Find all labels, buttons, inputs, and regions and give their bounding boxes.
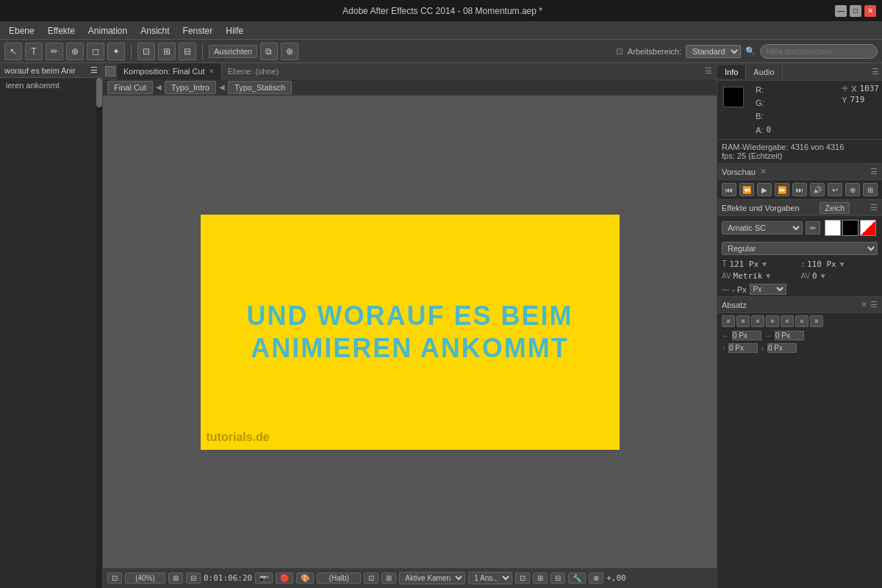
tab-info[interactable]: Info	[717, 65, 746, 79]
spacing-before-input[interactable]	[728, 343, 758, 353]
menu-animation[interactable]: Animation	[82, 24, 133, 37]
comp-tab-finalcut[interactable]: Komposition: Final Cut ✕	[118, 63, 222, 79]
breadcrumb-finalcut[interactable]: Final Cut	[107, 81, 153, 94]
align-center-btn[interactable]: ≡	[736, 315, 750, 327]
tool-3d2[interactable]: ⊞	[158, 43, 176, 60]
justify-center-btn[interactable]: ≡	[781, 315, 794, 327]
tool-3d1[interactable]: ⊡	[137, 43, 155, 60]
px-select[interactable]: Px	[750, 284, 786, 295]
close-button[interactable]: ✕	[864, 5, 876, 17]
comp-menu-icon[interactable]: ☰	[700, 66, 717, 76]
comp-icon[interactable]	[105, 66, 115, 76]
tool-puppet[interactable]: ✦	[107, 43, 125, 60]
next-frame-button[interactable]: ⏩	[775, 183, 789, 196]
canvas-fit-btn[interactable]: ⊞	[168, 573, 183, 584]
tool-stamp[interactable]: ⊕	[66, 43, 84, 60]
justify-all-btn[interactable]: ≡	[810, 315, 823, 327]
pencil-icon-btn[interactable]: ✏	[806, 221, 820, 234]
font-select[interactable]: Amatic SC	[722, 221, 803, 234]
menu-ansicht[interactable]: Ansicht	[135, 24, 175, 37]
canvas-tool1[interactable]: ⊡	[515, 573, 530, 584]
comp-breadcrumbs: Final Cut ◀ Typo_Intro ◀ Typo_Statisch	[103, 79, 717, 96]
breadcrumb-label-2: Typo_Statisch	[234, 83, 285, 92]
tool-3d3[interactable]: ⊟	[179, 43, 196, 60]
absatz-close-icon[interactable]: ✕	[861, 300, 867, 309]
canvas-tool5[interactable]: ⊕	[589, 573, 603, 584]
breadcrumb-label-1: Typo_Intro	[171, 83, 209, 92]
spacing-left-input[interactable]	[732, 331, 761, 340]
prev-back-button[interactable]: ⏪	[739, 183, 754, 196]
line-height-arrow[interactable]: ▼	[839, 260, 846, 268]
canvas-expand-btn[interactable]: ⊟	[186, 573, 201, 584]
tool-align1[interactable]: ⧉	[260, 43, 278, 60]
spacing-after-input[interactable]	[767, 343, 797, 353]
ram-prev-button[interactable]: ⊕	[845, 183, 860, 196]
menu-fenster[interactable]: Fenster	[177, 24, 219, 37]
color-blocks	[823, 218, 878, 237]
tool-select[interactable]: ↖	[4, 43, 22, 60]
canvas-color-btn[interactable]: 🎨	[296, 573, 314, 584]
white-color-block[interactable]	[825, 220, 841, 236]
canvas-snapshot-btn[interactable]: ⊡	[107, 573, 122, 584]
ausrichten-button[interactable]: Ausrichten	[209, 45, 257, 58]
left-panel-scrollbar[interactable]	[96, 78, 102, 588]
loop-button[interactable]: ↩	[828, 183, 842, 196]
font-size-arrow[interactable]: ▼	[761, 260, 768, 268]
full-screen-button[interactable]: ⊞	[863, 183, 878, 196]
zoom-select[interactable]: (40%)	[125, 573, 165, 584]
search-input[interactable]	[760, 44, 878, 59]
absatz-menu-icon[interactable]: ☰	[870, 300, 878, 309]
comp-tab-close[interactable]: ✕	[208, 68, 215, 75]
menu-bar: Ebene Effekte Animation Ansicht Fenster …	[0, 22, 882, 40]
maximize-button[interactable]: □	[850, 5, 861, 17]
arbeitsbereich-select[interactable]: Standard	[686, 45, 741, 58]
canvas-tool2[interactable]: ⊞	[533, 573, 548, 584]
camera-select[interactable]: Aktive Kamera	[399, 572, 465, 584]
align-left-btn[interactable]: ≡	[722, 315, 735, 327]
canvas-tool3[interactable]: ⊟	[551, 573, 565, 584]
kerning-arrow[interactable]: ▼	[820, 272, 827, 280]
left-panel-item[interactable]: ieren ankommt	[0, 78, 102, 93]
absatz-title: Absatz	[722, 301, 747, 309]
spacing-left-icon: ←	[722, 331, 729, 340]
prev-start-button[interactable]: ⏮	[722, 183, 736, 196]
vorschau-close-icon[interactable]: ✕	[760, 167, 767, 176]
menu-effekte[interactable]: Effekte	[42, 24, 81, 37]
tool-align2[interactable]: ⊕	[281, 43, 298, 60]
canvas-cam-btn[interactable]: 📷	[255, 573, 273, 584]
comp-tab-label: Komposition: Final Cut	[123, 67, 205, 76]
justify-left-btn[interactable]: ≡	[766, 315, 779, 327]
zeich-button[interactable]: Zeich	[820, 202, 850, 214]
menu-ebene[interactable]: Ebene	[3, 24, 40, 37]
next-end-button[interactable]: ⏭	[792, 183, 807, 196]
canvas-tool4[interactable]: 🔧	[568, 573, 586, 584]
tab-audio[interactable]: Audio	[746, 65, 782, 79]
tool-pen[interactable]: ✏	[46, 43, 63, 60]
tracking-arrow[interactable]: ▼	[764, 272, 772, 280]
effekte-menu-icon[interactable]: ☰	[870, 203, 878, 212]
play-button[interactable]: ▶	[757, 183, 772, 196]
tool-eraser[interactable]: ◻	[87, 43, 104, 60]
a-label: A:	[756, 126, 763, 135]
canvas-grid-btn[interactable]: ⊞	[381, 573, 396, 584]
canvas-mic-btn[interactable]: 🔴	[276, 573, 293, 584]
left-panel-menu-icon[interactable]: ☰	[90, 65, 98, 75]
justify-right-btn[interactable]: ≡	[795, 315, 808, 327]
black-color-block[interactable]	[842, 220, 858, 236]
breadcrumb-typostatisch[interactable]: Typo_Statisch	[228, 81, 292, 94]
font-style-select[interactable]: Regular	[722, 242, 878, 255]
quality-select[interactable]: (Halb)	[317, 573, 361, 584]
minimize-button[interactable]: —	[835, 5, 847, 17]
view-select[interactable]: 1 Ans...	[468, 572, 512, 584]
tool-text[interactable]: T	[25, 43, 43, 60]
vorschau-menu-icon[interactable]: ☰	[870, 167, 878, 176]
canvas-line1: UND WORAUF ES BEIM	[247, 300, 573, 331]
canvas-3d-btn[interactable]: ⊡	[364, 573, 379, 584]
gradient-color-block[interactable]	[860, 220, 876, 236]
breadcrumb-typointro[interactable]: Typo_Intro	[165, 81, 216, 94]
audio-toggle[interactable]: 🔊	[810, 183, 825, 196]
align-right-btn[interactable]: ≡	[751, 315, 764, 327]
right-panel-menu-icon[interactable]: ☰	[869, 67, 882, 76]
spacing-right-input[interactable]	[775, 331, 804, 340]
menu-hilfe[interactable]: Hilfe	[220, 24, 249, 37]
